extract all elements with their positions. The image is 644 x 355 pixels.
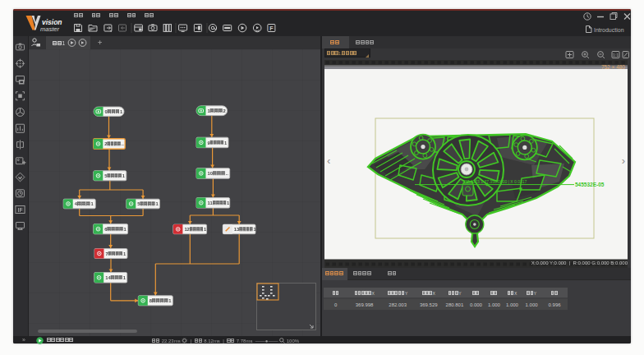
svg-text:F: F — [269, 25, 274, 31]
svg-text:IF: IF — [18, 207, 23, 213]
svg-text:545532E-05: 545532E-05 — [575, 182, 605, 187]
svg-text:12: 12 — [184, 227, 189, 232]
svg-text:..: .. — [226, 171, 229, 176]
svg-text:0: 0 — [105, 109, 108, 114]
svg-text:11: 11 — [208, 201, 214, 205]
svg-text:..: .. — [122, 141, 125, 146]
svg-text:10: 10 — [208, 171, 213, 176]
svg-text:2: 2 — [104, 141, 107, 146]
svg-text:14: 14 — [105, 275, 111, 280]
svg-text:7: 7 — [106, 251, 108, 256]
svg-text:2: 2 — [223, 108, 226, 113]
svg-text:1: 1 — [253, 227, 256, 232]
svg-text:13: 13 — [234, 227, 240, 232]
svg-text:337.4023 1 37.350.0000 | X 0.0: 337.4023 1 37.350.0000 | X 0.0317 — [462, 179, 527, 184]
svg-text:1:1: 1:1 — [613, 53, 619, 58]
